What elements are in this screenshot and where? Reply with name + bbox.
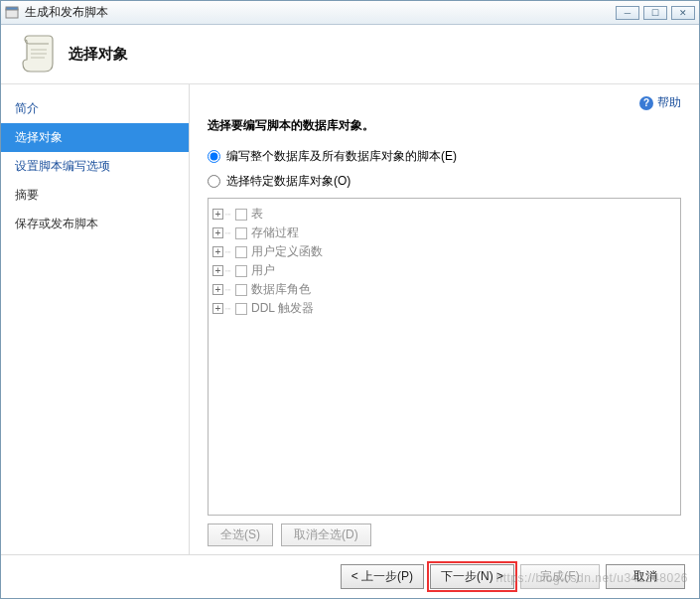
object-tree: +┈ 表 +┈ 存储过程 +┈ 用户定义函数 +┈ 用户 +┈ 数据库角色 xyxy=(208,198,681,516)
sidebar-item-script-options[interactable]: 设置脚本编写选项 xyxy=(1,152,189,181)
help-label: 帮助 xyxy=(657,94,681,111)
tree-item-tables[interactable]: +┈ 表 xyxy=(212,205,676,224)
checkbox[interactable] xyxy=(235,246,247,258)
tree-connector: ┈ xyxy=(225,228,233,238)
tree-connector: ┈ xyxy=(225,304,233,314)
expand-icon[interactable]: + xyxy=(212,227,223,238)
tree-connector: ┈ xyxy=(225,266,233,276)
radio-specific-objects[interactable]: 选择特定数据库对象(O) xyxy=(208,173,681,190)
tree-label: 用户定义函数 xyxy=(249,243,323,260)
tree-label: DDL 触发器 xyxy=(249,300,314,317)
sidebar-item-summary[interactable]: 摘要 xyxy=(1,181,189,210)
expand-icon[interactable]: + xyxy=(212,265,223,276)
minimize-button[interactable]: ─ xyxy=(616,6,639,20)
tree-item-ddl-triggers[interactable]: +┈ DDL 触发器 xyxy=(212,299,676,318)
expand-icon[interactable]: + xyxy=(212,303,223,314)
finish-button: 完成(F) xyxy=(520,564,600,589)
cancel-button[interactable]: 取消 xyxy=(606,564,685,589)
checkbox[interactable] xyxy=(235,265,247,277)
next-button[interactable]: 下一步(N) > xyxy=(430,564,514,589)
expand-icon[interactable]: + xyxy=(212,209,223,220)
help-row: ? 帮助 xyxy=(208,94,681,111)
tree-label: 表 xyxy=(249,206,263,223)
tree-connector: ┈ xyxy=(225,285,233,295)
help-link[interactable]: ? 帮助 xyxy=(639,94,681,111)
checkbox[interactable] xyxy=(235,227,247,239)
radio-entire-db-label: 编写整个数据库及所有数据库对象的脚本(E) xyxy=(226,148,457,165)
tree-item-udf[interactable]: +┈ 用户定义函数 xyxy=(212,242,676,261)
wizard-header: 选择对象 xyxy=(1,25,699,84)
prev-button[interactable]: < 上一步(P) xyxy=(341,564,424,589)
app-icon xyxy=(5,6,19,20)
tree-connector: ┈ xyxy=(225,247,233,257)
titlebar: 生成和发布脚本 ─ ☐ ✕ xyxy=(1,1,699,25)
window-title: 生成和发布脚本 xyxy=(25,4,616,21)
checkbox[interactable] xyxy=(235,303,247,315)
tree-item-users[interactable]: +┈ 用户 xyxy=(212,261,676,280)
expand-icon[interactable]: + xyxy=(212,246,223,257)
svg-rect-1 xyxy=(6,7,18,10)
checkbox[interactable] xyxy=(235,209,247,221)
deselect-all-button: 取消全选(D) xyxy=(281,524,371,546)
tree-item-db-roles[interactable]: +┈ 数据库角色 xyxy=(212,280,676,299)
wizard-window: 生成和发布脚本 ─ ☐ ✕ 选择对象 简介 选择对象 设置脚本编写选项 摘要 保… xyxy=(0,0,700,599)
sidebar: 简介 选择对象 设置脚本编写选项 摘要 保存或发布脚本 xyxy=(1,84,190,554)
radio-specific-objects-label: 选择特定数据库对象(O) xyxy=(226,173,350,190)
page-title: 选择对象 xyxy=(69,45,128,64)
wizard-body: 简介 选择对象 设置脚本编写选项 摘要 保存或发布脚本 ? 帮助 选择要编写脚本… xyxy=(1,84,699,554)
instruction-text: 选择要编写脚本的数据库对象。 xyxy=(208,117,681,134)
sidebar-item-save-publish[interactable]: 保存或发布脚本 xyxy=(1,210,189,238)
radio-entire-db[interactable]: 编写整个数据库及所有数据库对象的脚本(E) xyxy=(208,148,681,165)
main-panel: ? 帮助 选择要编写脚本的数据库对象。 编写整个数据库及所有数据库对象的脚本(E… xyxy=(190,84,699,554)
close-button[interactable]: ✕ xyxy=(671,6,695,20)
radio-entire-db-input[interactable] xyxy=(208,150,220,163)
tree-label: 存储过程 xyxy=(249,225,299,241)
tree-connector: ┈ xyxy=(225,210,233,220)
select-all-button: 全选(S) xyxy=(208,524,273,546)
expand-icon[interactable]: + xyxy=(212,284,223,295)
tree-label: 数据库角色 xyxy=(249,281,311,298)
maximize-button[interactable]: ☐ xyxy=(643,6,667,20)
tree-item-procedures[interactable]: +┈ 存储过程 xyxy=(212,224,676,242)
radio-specific-objects-input[interactable] xyxy=(208,175,220,188)
sidebar-item-select-objects[interactable]: 选择对象 xyxy=(1,123,189,152)
script-icon xyxy=(17,34,59,75)
wizard-footer: < 上一步(P) 下一步(N) > 完成(F) 取消 xyxy=(1,554,699,598)
tree-label: 用户 xyxy=(249,262,275,279)
window-controls: ─ ☐ ✕ xyxy=(616,6,695,20)
help-icon: ? xyxy=(639,96,653,110)
sidebar-item-intro[interactable]: 简介 xyxy=(1,94,189,123)
checkbox[interactable] xyxy=(235,284,247,296)
selection-buttons: 全选(S) 取消全选(D) xyxy=(208,524,681,546)
